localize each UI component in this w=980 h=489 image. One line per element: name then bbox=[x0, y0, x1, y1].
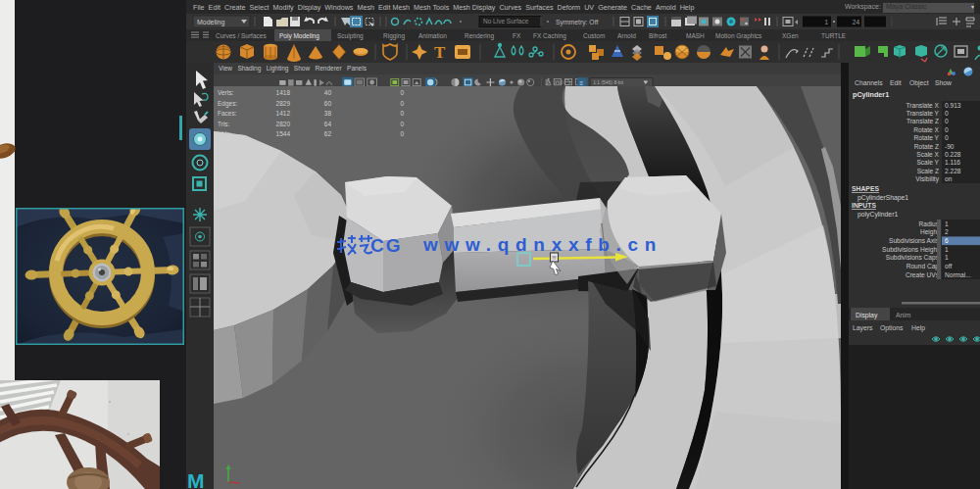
svg-text:0: 0 bbox=[400, 89, 404, 96]
svg-text:1: 1 bbox=[824, 19, 828, 25]
svg-text:Create UVs: Create UVs bbox=[906, 271, 940, 278]
svg-text:0: 0 bbox=[400, 110, 404, 117]
svg-text:0: 0 bbox=[945, 110, 949, 117]
svg-text:Radius: Radius bbox=[918, 220, 939, 227]
svg-text:Edges:: Edges: bbox=[218, 100, 237, 108]
svg-text:Show: Show bbox=[935, 79, 952, 86]
svg-text:Rigging: Rigging bbox=[383, 32, 405, 40]
svg-text:Verts:: Verts: bbox=[218, 89, 234, 96]
svg-text:Rotate Y: Rotate Y bbox=[913, 134, 939, 141]
svg-text:0: 0 bbox=[400, 100, 404, 107]
svg-text:Sculpting: Sculpting bbox=[337, 32, 364, 40]
svg-text:Help: Help bbox=[911, 324, 925, 332]
svg-text:Visibility: Visibility bbox=[915, 175, 939, 183]
svg-text:0: 0 bbox=[945, 134, 949, 141]
svg-text:TURTLE: TURTLE bbox=[821, 32, 847, 39]
svg-text:Motion Graphics: Motion Graphics bbox=[715, 32, 762, 40]
svg-text:INPUTS: INPUTS bbox=[852, 202, 876, 209]
svg-text:pCylinderShape1: pCylinderShape1 bbox=[858, 194, 908, 202]
svg-text:MASH: MASH bbox=[686, 32, 705, 39]
svg-text:Object: Object bbox=[909, 79, 929, 87]
svg-text:No Live Surface: No Live Surface bbox=[483, 18, 529, 24]
svg-text:Layers: Layers bbox=[853, 324, 873, 332]
svg-text:Round Cap: Round Cap bbox=[906, 263, 940, 270]
svg-text:T: T bbox=[434, 43, 446, 62]
svg-text:Options: Options bbox=[880, 324, 904, 332]
svg-text:0: 0 bbox=[400, 121, 404, 127]
svg-text:Channels: Channels bbox=[855, 79, 883, 86]
svg-text:Custom: Custom bbox=[583, 32, 605, 39]
svg-text:Poly Modeling: Poly Modeling bbox=[279, 32, 319, 40]
svg-text:2.228: 2.228 bbox=[945, 168, 961, 174]
svg-text:Bifrost: Bifrost bbox=[649, 32, 667, 39]
svg-text:Animation: Animation bbox=[418, 32, 447, 39]
svg-text:6: 6 bbox=[945, 237, 949, 244]
svg-text:2829: 2829 bbox=[276, 100, 291, 107]
svg-text:-90: -90 bbox=[945, 143, 955, 150]
svg-text:FX: FX bbox=[513, 32, 521, 39]
svg-text:2: 2 bbox=[945, 228, 949, 235]
svg-text:1.116: 1.116 bbox=[945, 159, 960, 166]
svg-text:XGen: XGen bbox=[782, 32, 799, 39]
svg-text:Symmetry: Off: Symmetry: Off bbox=[556, 19, 598, 26]
svg-text:Anim: Anim bbox=[896, 312, 911, 318]
svg-text:FX Caching: FX Caching bbox=[533, 32, 566, 40]
svg-text:polyCylinder1: polyCylinder1 bbox=[858, 211, 898, 219]
svg-text:Display: Display bbox=[856, 312, 878, 319]
svg-text:M: M bbox=[187, 469, 205, 489]
svg-text:38: 38 bbox=[324, 110, 332, 117]
svg-text:Tris:: Tris: bbox=[218, 121, 230, 127]
svg-text:Scale Y: Scale Y bbox=[916, 159, 939, 166]
svg-text:on: on bbox=[945, 175, 953, 182]
svg-text:0: 0 bbox=[945, 126, 949, 133]
svg-text:64: 64 bbox=[324, 121, 332, 127]
svg-text:Scale Z: Scale Z bbox=[917, 168, 939, 174]
svg-text:62: 62 bbox=[324, 130, 332, 137]
svg-text:Normal...: Normal... bbox=[945, 271, 971, 278]
svg-text:Rendering: Rendering bbox=[465, 32, 494, 40]
svg-text:Curves / Surfaces: Curves / Surfaces bbox=[216, 32, 267, 39]
svg-text:Subdivisions Caps: Subdivisions Caps bbox=[886, 254, 940, 262]
svg-text:1412: 1412 bbox=[276, 110, 291, 117]
svg-text:Rotate Z: Rotate Z bbox=[914, 143, 939, 150]
svg-text:1544: 1544 bbox=[276, 130, 291, 137]
svg-text:Translate Y: Translate Y bbox=[906, 110, 940, 117]
svg-text:Modeling: Modeling bbox=[197, 19, 225, 26]
svg-text:0.00: 0.00 bbox=[554, 80, 564, 85]
svg-text:24: 24 bbox=[853, 19, 860, 25]
svg-text:Translate Z: Translate Z bbox=[906, 118, 939, 124]
svg-text:Rotate X: Rotate X bbox=[913, 126, 939, 133]
svg-text:0: 0 bbox=[945, 118, 949, 124]
svg-text:Translate X: Translate X bbox=[906, 102, 940, 109]
svg-text:www.qdnxxfb.cn: www.qdnxxfb.cn bbox=[422, 234, 662, 255]
svg-text:1: 1 bbox=[945, 254, 949, 261]
svg-text:1: 1 bbox=[945, 220, 949, 227]
svg-text:≡: ≡ bbox=[580, 79, 584, 86]
svg-text:off: off bbox=[945, 263, 952, 269]
svg-text:1:1 (546) 8-bit: 1:1 (546) 8-bit bbox=[593, 80, 623, 85]
svg-text:0.228: 0.228 bbox=[945, 151, 961, 158]
svg-text:2820: 2820 bbox=[276, 121, 291, 127]
svg-text:UVs:: UVs: bbox=[218, 130, 231, 137]
svg-text:Arnold: Arnold bbox=[617, 32, 636, 39]
svg-text:0: 0 bbox=[400, 130, 404, 137]
svg-text:Subdivisions Axis: Subdivisions Axis bbox=[889, 237, 940, 244]
svg-text:CG: CG bbox=[370, 235, 403, 256]
svg-text:40: 40 bbox=[324, 89, 332, 96]
svg-text:1: 1 bbox=[945, 246, 949, 253]
svg-text:SHAPES: SHAPES bbox=[852, 185, 879, 192]
svg-text:Edit: Edit bbox=[890, 79, 902, 86]
svg-text:Faces:: Faces: bbox=[218, 110, 237, 117]
svg-text:0.913: 0.913 bbox=[945, 102, 961, 109]
svg-text:Height: Height bbox=[920, 228, 939, 236]
svg-text:Scale X: Scale X bbox=[916, 151, 939, 158]
svg-text:60: 60 bbox=[324, 100, 332, 107]
svg-text:pCylinder1: pCylinder1 bbox=[853, 90, 889, 99]
svg-text:1418: 1418 bbox=[276, 89, 291, 96]
svg-text:Subdivisions Height: Subdivisions Height bbox=[882, 246, 939, 254]
